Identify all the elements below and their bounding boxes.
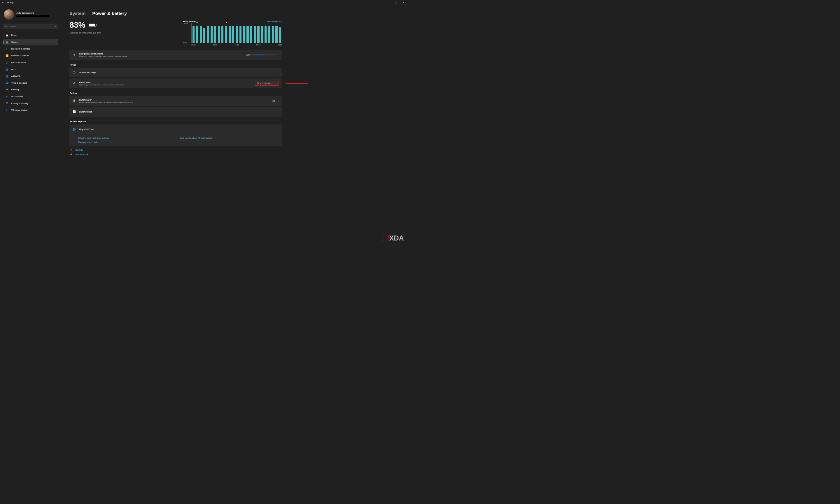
sidebar-item-network-internet[interactable]: 📶Network & internet <box>3 52 58 59</box>
sidebar-item-accounts[interactable]: 👤Accounts <box>3 73 58 79</box>
help-link-sleep[interactable]: Adjusting power and sleep settings <box>78 137 172 139</box>
chart-bar <box>218 26 220 43</box>
chart-bar <box>265 26 267 43</box>
sidebar-item-time-language[interactable]: 🌐Time & language <box>3 79 58 86</box>
chevron-down-icon: ⌄ <box>277 100 279 102</box>
x-label: 13:00 <box>191 44 196 46</box>
nav-label: Accessibility <box>11 95 23 98</box>
nav-icon: 💻 <box>5 40 8 44</box>
help-icon: ❔ <box>69 149 73 151</box>
give-feedback-link[interactable]: 📣 Give feedback <box>69 153 282 156</box>
titlebar: ← Settings — ▢ ✕ <box>0 0 408 5</box>
power-mode-row[interactable]: ⚙ Power mode Optimize your device based … <box>69 78 282 88</box>
section-power: Power <box>70 64 282 66</box>
row-subtitle: Optimize your device based on power use … <box>79 84 252 86</box>
energy-progress <box>253 55 276 55</box>
row-subtitle: Lower your carbon footprint by applying … <box>79 55 242 57</box>
sidebar-item-windows-update[interactable]: ⟳Windows Update <box>3 107 58 113</box>
row-title: Energy recommendations <box>79 52 242 55</box>
globe-icon: 🌐 <box>73 128 76 131</box>
chart-bar <box>236 26 238 43</box>
user-profile[interactable]: João Carrasqueira <box>3 9 58 20</box>
nav-icon: 🎮 <box>5 88 8 91</box>
help-link-mode[interactable]: Changing power mode <box>78 141 172 143</box>
section-battery: Battery <box>70 92 282 94</box>
battery-saver-value: Off <box>273 100 275 102</box>
chart-bar <box>250 26 252 43</box>
sidebar-item-system[interactable]: 💻System <box>3 39 58 45</box>
sidebar-item-gaming[interactable]: 🎮Gaming <box>3 86 58 93</box>
row-subtitle: Extend battery life by limiting some not… <box>79 102 269 103</box>
sidebar-item-privacy-security[interactable]: 🛡Privacy & security <box>3 100 58 106</box>
help-link-lock[interactable]: Lock your Windows PC automatically <box>180 137 274 139</box>
search-input[interactable]: ⌕ <box>3 24 58 29</box>
sidebar-item-personalization[interactable]: 🖌Personalization <box>3 59 58 66</box>
x-label: 13:00 <box>278 44 282 46</box>
search-icon: ⌕ <box>55 25 56 28</box>
get-help-link[interactable]: ❔ Get help <box>69 149 282 151</box>
nav-label: Apps <box>11 68 16 71</box>
nav-icon: 🖌 <box>5 61 8 64</box>
nav-icon: ⟳ <box>5 108 8 112</box>
window-title: Settings <box>6 1 14 3</box>
row-title: Battery usage <box>79 110 275 113</box>
avatar <box>4 9 14 20</box>
screen-sleep-row[interactable]: 🖵 Screen and sleep ⌄ <box>69 68 282 77</box>
x-label: 19:00 <box>213 44 217 46</box>
chevron-down-icon: ⌄ <box>277 71 279 73</box>
chart-bar <box>207 26 209 43</box>
nav: 🏠Home💻SystemᛒBluetooth & devices📶Network… <box>3 32 58 113</box>
chart-icon: 📈 <box>73 110 76 113</box>
close-button[interactable]: ✕ <box>402 1 405 4</box>
chart-bar <box>246 26 248 43</box>
nav-label: Personalization <box>11 61 26 64</box>
nav-label: Privacy & security <box>11 102 28 105</box>
charging-icon: ⚡ <box>225 22 228 23</box>
battery-status: 83% Estimated time remaining: 10h 3min <box>69 20 101 46</box>
breadcrumb: System › Power & battery <box>69 11 282 16</box>
watermark: XDA <box>383 234 404 242</box>
help-power-row[interactable]: 🌐 Help with Power ⌃ <box>69 124 282 134</box>
sidebar-item-apps[interactable]: ▦Apps <box>3 66 58 72</box>
time-remaining-value: 10h 3min <box>93 32 101 34</box>
nav-icon: 👤 <box>5 75 8 78</box>
row-title: Power mode <box>79 81 252 84</box>
xda-logo-icon <box>382 235 389 241</box>
breadcrumb-root[interactable]: System <box>69 11 85 16</box>
chevron-right-icon: › <box>88 12 90 15</box>
sidebar: João Carrasqueira ⌕ 🏠Home💻SystemᛒBluetoo… <box>0 5 61 161</box>
chart-bar <box>203 28 205 43</box>
chart-bar <box>192 26 195 43</box>
sidebar-item-accessibility[interactable]: ✦Accessibility <box>3 93 58 100</box>
y-label: 50% <box>183 42 188 44</box>
battery-chart: Battery levels View detailed info 100% 5… <box>183 20 282 46</box>
energy-recommendations-row[interactable]: ❦ Energy recommendations Lower your carb… <box>69 50 282 60</box>
nav-label: Windows Update <box>11 109 28 111</box>
chart-bar <box>225 26 227 43</box>
chart-bar <box>254 26 256 43</box>
energy-count: 4 of 9 <box>246 54 250 56</box>
battery-saver-icon: 🔋 <box>73 100 76 102</box>
nav-icon: 🛡 <box>5 102 8 105</box>
nav-icon: 🏠 <box>5 34 8 37</box>
minimize-button[interactable]: — <box>388 1 391 4</box>
back-icon[interactable]: ← <box>2 1 4 4</box>
nav-icon: 🌐 <box>5 81 8 85</box>
main-content: System › Power & battery 83% Estimated t… <box>61 5 288 161</box>
chart-bar <box>214 26 216 43</box>
nav-label: System <box>11 41 18 43</box>
sidebar-item-bluetooth-devices[interactable]: ᛒBluetooth & devices <box>3 46 58 52</box>
section-support: Related support <box>70 120 282 123</box>
battery-saver-row[interactable]: 🔋 Battery saver Extend battery life by l… <box>69 96 282 106</box>
sidebar-item-home[interactable]: 🏠Home <box>3 32 58 38</box>
search-field[interactable] <box>5 25 55 28</box>
battery-usage-row[interactable]: 📈 Battery usage ⌄ <box>69 107 282 116</box>
chart-bar <box>257 26 259 43</box>
user-name: João Carrasqueira <box>16 12 49 14</box>
power-mode-dropdown[interactable]: Best performance ⌄ <box>255 81 279 86</box>
power-mode-value: Best performance <box>257 82 273 84</box>
maximize-button[interactable]: ▢ <box>395 1 398 4</box>
power-icon: ⚙ <box>73 82 76 85</box>
chart-bar <box>272 26 274 43</box>
chart-bar <box>279 28 281 43</box>
